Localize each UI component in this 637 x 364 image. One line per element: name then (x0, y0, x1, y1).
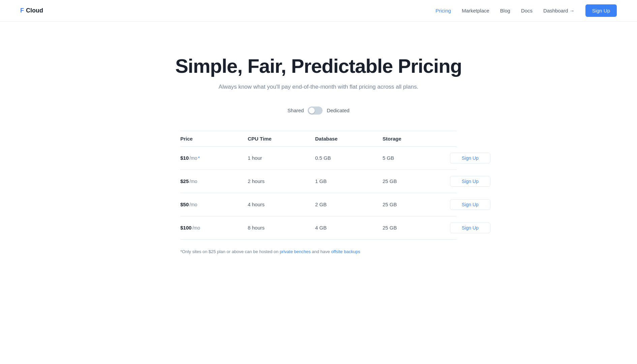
pricing-toggle-row: Shared Dedicated (287, 107, 350, 115)
nav-pricing[interactable]: Pricing (435, 8, 451, 13)
col-action-header (450, 136, 490, 142)
pricing-toggle[interactable] (308, 107, 323, 115)
signup-button-row-3[interactable]: Sign Up (450, 199, 490, 210)
cpu-2: 2 hours (248, 178, 315, 184)
db-4: 4 GB (315, 225, 383, 231)
header: F Cloud Pricing Marketplace Blog Docs Da… (0, 0, 637, 22)
signup-button-row-2[interactable]: Sign Up (450, 176, 490, 187)
price-amount-4: $100 (180, 225, 191, 231)
private-benches-link[interactable]: private benches (280, 249, 311, 254)
price-cell-1: $10 /mo * (180, 155, 248, 161)
col-db-header: Database (315, 136, 383, 142)
price-cell-4: $100 /mo (180, 225, 248, 231)
table-row: $25 /mo 2 hours 1 GB 25 GB Sign Up (180, 170, 457, 193)
table-row: $10 /mo * 1 hour 0.5 GB 5 GB Sign Up (180, 147, 457, 170)
toggle-right-label: Dedicated (327, 108, 350, 113)
main-content: Simple, Fair, Predictable Pricing Always… (0, 22, 637, 254)
price-period-2: /mo (189, 179, 197, 184)
price-cell-3: $50 /mo (180, 202, 248, 207)
col-storage-header: Storage (383, 136, 450, 142)
price-period-1: /mo (189, 155, 197, 161)
page-subtitle: Always know what you'll pay end-of-the-m… (219, 84, 419, 90)
price-amount-2: $25 (180, 178, 189, 184)
nav-signup-button[interactable]: Sign Up (585, 4, 617, 17)
footnote-prefix: *Only sites on $25 plan or above can be … (180, 249, 280, 254)
pricing-table: Price CPU Time Database Storage $10 /mo … (180, 131, 457, 240)
nav-marketplace[interactable]: Marketplace (462, 8, 489, 13)
price-cell-2: $25 /mo (180, 178, 248, 184)
logo[interactable]: F Cloud (20, 7, 43, 14)
storage-1: 5 GB (383, 155, 450, 161)
nav-docs[interactable]: Docs (521, 8, 533, 13)
price-amount-3: $50 (180, 202, 189, 207)
storage-3: 25 GB (383, 202, 450, 207)
cpu-3: 4 hours (248, 202, 315, 207)
price-star-1: * (198, 155, 200, 161)
storage-2: 25 GB (383, 178, 450, 184)
table-row: $100 /mo 8 hours 4 GB 25 GB Sign Up (180, 216, 457, 240)
signup-button-row-4[interactable]: Sign Up (450, 222, 490, 233)
price-period-3: /mo (189, 202, 197, 207)
footnote: *Only sites on $25 plan or above can be … (180, 249, 457, 254)
logo-text: Cloud (26, 7, 43, 14)
table-row: $50 /mo 4 hours 2 GB 25 GB Sign Up (180, 193, 457, 216)
offsite-backups-link[interactable]: offsite backups (331, 249, 360, 254)
footnote-middle: and have (312, 249, 331, 254)
signup-button-row-1[interactable]: Sign Up (450, 153, 490, 163)
price-amount-1: $10 (180, 155, 189, 161)
col-price-header: Price (180, 136, 248, 142)
logo-f-icon: F (20, 7, 24, 14)
page-title: Simple, Fair, Predictable Pricing (175, 55, 462, 77)
toggle-left-label: Shared (287, 108, 304, 113)
nav-blog[interactable]: Blog (500, 8, 510, 13)
db-2: 1 GB (315, 178, 383, 184)
table-header-row: Price CPU Time Database Storage (180, 131, 457, 147)
cpu-4: 8 hours (248, 225, 315, 231)
col-cpu-header: CPU Time (248, 136, 315, 142)
nav-dashboard[interactable]: Dashboard → (543, 8, 575, 13)
main-nav: Pricing Marketplace Blog Docs Dashboard … (435, 4, 617, 17)
price-period-4: /mo (192, 225, 200, 231)
storage-4: 25 GB (383, 225, 450, 231)
cpu-1: 1 hour (248, 155, 315, 161)
db-1: 0.5 GB (315, 155, 383, 161)
db-3: 2 GB (315, 202, 383, 207)
